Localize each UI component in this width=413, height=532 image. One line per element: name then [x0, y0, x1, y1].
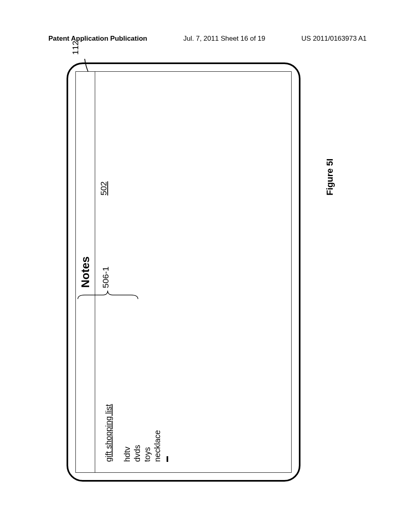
page-header: Patent Application Publication Jul. 7, 2…: [0, 35, 413, 43]
header-patent-number: US 2011/0163973 A1: [301, 35, 367, 43]
note-item: toys: [142, 82, 152, 462]
title-bar: Notes: [76, 72, 95, 472]
note-item: hdtv: [122, 82, 132, 462]
note-item: dvds: [132, 82, 142, 462]
app-title: Notes: [79, 256, 92, 288]
header-publication: Patent Application Publication: [48, 35, 147, 43]
curly-brace-506: [77, 289, 139, 301]
note-content-area[interactable]: gift shopping list hdtv dvds toys neckla…: [95, 72, 291, 472]
ref-label-502: 502: [99, 181, 108, 195]
header-sheet-info: Jul. 7, 2011 Sheet 16 of 19: [184, 35, 265, 43]
figure-container: 500I 112 Notes gift shopping list hdtv d…: [0, 155, 397, 389]
ref-label-506-1: 506-1: [101, 266, 111, 288]
figure-label: Figure 5I: [325, 158, 335, 195]
text-cursor: [167, 456, 168, 462]
note-item: necklace: [152, 82, 163, 462]
ref-label-112: 112: [71, 41, 80, 55]
